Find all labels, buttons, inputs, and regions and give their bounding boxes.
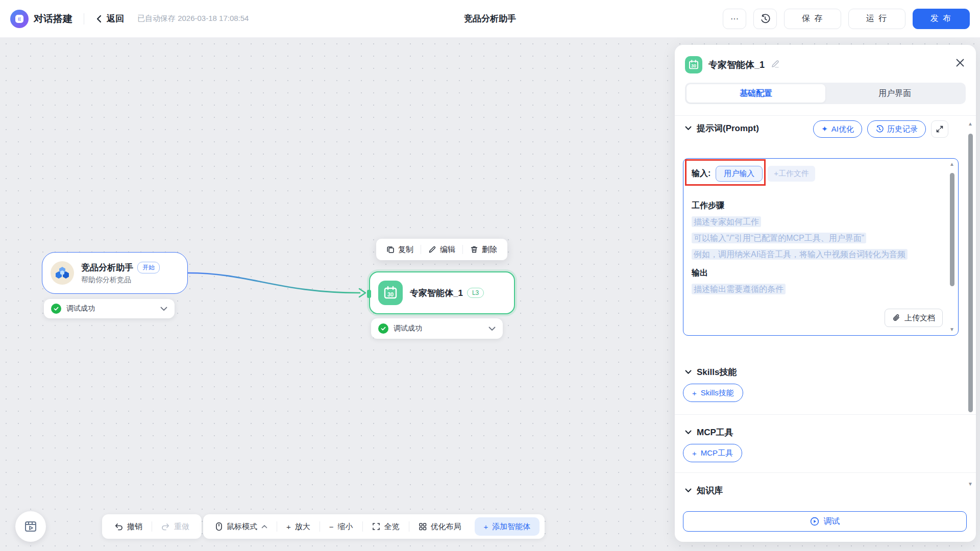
tab-user-interface[interactable]: 用户界面 [825, 84, 964, 103]
chevron-down-icon [685, 370, 692, 374]
ellipsis-icon: ··· [730, 14, 739, 23]
expand-prompt-button[interactable] [931, 120, 948, 138]
mouse-mode-button[interactable]: 鼠标模式 [208, 522, 275, 532]
chat-logo-icon: (( [15, 15, 23, 23]
steps-label: 工作步骤 [692, 201, 724, 211]
chevron-down-icon[interactable] [488, 324, 496, 333]
chevron-up-icon [261, 524, 267, 529]
prompt-placeholder: 描述输出需要遵循的条件 [692, 284, 786, 294]
back-button[interactable]: 返回 [95, 13, 124, 24]
video-player-icon [23, 519, 38, 534]
add-agent-button[interactable]: + 添加智能体 [475, 517, 540, 536]
level-badge: L3 [467, 288, 484, 298]
edit-menu-item[interactable]: 编辑 [421, 245, 462, 255]
plus-icon: + [692, 449, 697, 458]
history-clock-icon [760, 14, 770, 24]
publish-button[interactable]: 发 布 [913, 9, 970, 29]
redo-button[interactable]: 重做 [154, 522, 197, 532]
scroll-down-arrow[interactable]: ▼ [968, 482, 973, 487]
agent-node-title: 专家智能体_1 [410, 287, 463, 299]
app-logo: (( [10, 10, 29, 28]
panel-agent-icon: 30 [685, 56, 702, 73]
zoom-in-button[interactable]: + 放大 [279, 522, 317, 532]
start-node-subtitle: 帮助你分析竞品 [81, 276, 160, 285]
mcp-section-header[interactable]: MCP工具 [685, 427, 733, 438]
calendar-30-icon: 30 [688, 59, 699, 70]
upload-document-button[interactable]: 上传文档 [885, 309, 943, 327]
chevron-down-icon [685, 126, 692, 131]
start-node-title: 竞品分析助手 [81, 262, 133, 273]
node-context-menu: 复制 编辑 删除 [376, 239, 507, 260]
document-title: 竞品分析助手 [464, 13, 516, 24]
plus-icon: + [286, 522, 291, 531]
success-check-icon [51, 304, 61, 314]
paperclip-icon [892, 314, 900, 322]
sparkle-icon: ✦ [821, 124, 828, 134]
prompt-history-button[interactable]: 历史记录 [867, 120, 926, 138]
undo-icon [114, 522, 123, 531]
tab-basic-config[interactable]: 基础配置 [687, 84, 825, 103]
agent-node-status[interactable]: 调试成功 [371, 318, 503, 339]
scroll-up-arrow[interactable]: ▲ [968, 121, 973, 127]
work-file-chip[interactable]: +工作文件 [768, 166, 815, 182]
history-button[interactable] [753, 9, 777, 29]
undo-button[interactable]: 撤销 [107, 522, 150, 532]
close-panel-icon[interactable] [955, 58, 965, 69]
hexagon-cluster-icon [55, 265, 70, 281]
scrollbar-thumb[interactable] [950, 173, 954, 286]
history-clock-icon [875, 125, 884, 133]
panel-tabs: 基础配置 用户界面 [685, 83, 966, 104]
delete-menu-item[interactable]: 删除 [463, 245, 504, 255]
svg-text:30: 30 [387, 291, 394, 297]
svg-text:30: 30 [691, 63, 696, 68]
undo-redo-toolbar: 撤销 重做 [102, 514, 202, 539]
user-input-chip[interactable]: 用户输入 [716, 166, 763, 182]
frame-corners-icon [372, 522, 380, 531]
chevron-down-icon[interactable] [160, 304, 167, 313]
trash-icon [470, 245, 478, 254]
chevron-left-icon [95, 15, 103, 23]
knowledge-base-section-header[interactable]: 知识库 [685, 485, 723, 496]
status-label: 调试成功 [394, 324, 422, 333]
copy-icon [386, 245, 395, 254]
scrollbar-thumb[interactable] [968, 134, 973, 412]
save-button[interactable]: 保 存 [784, 9, 841, 29]
panel-scrollbar[interactable]: ▲ ▼ [967, 121, 973, 487]
debug-button[interactable]: 调试 [683, 511, 967, 532]
view-toolbar: 鼠标模式 + 放大 − 缩小 全览 优化布局 + 添加智能体 [203, 514, 545, 539]
add-skills-button[interactable]: + Skills技能 [683, 384, 743, 402]
minus-icon: − [329, 522, 334, 531]
calendar-30-icon: 30 [383, 285, 398, 300]
fit-view-button[interactable]: 全览 [365, 522, 407, 532]
prompt-editor[interactable]: 输入: 用户输入 +工作文件 工作步骤 描述专家如何工作 可以输入"/"引用“已… [683, 158, 959, 336]
agent-config-panel: 30 专家智能体_1 基础配置 用户界面 提示词(Prompt) ✦ AI优化 … [675, 45, 976, 542]
skills-section-header[interactable]: Skills技能 [685, 366, 737, 378]
media-panel-button[interactable] [15, 511, 46, 542]
prompt-scrollbar[interactable]: ▲ ▼ [949, 162, 955, 332]
prompt-section-header[interactable]: 提示词(Prompt) [685, 122, 759, 134]
ai-optimize-button[interactable]: ✦ AI优化 [813, 120, 862, 138]
input-label: 输入: [692, 168, 710, 179]
agent-node-input-port [367, 290, 371, 298]
start-node-status[interactable]: 调试成功 [44, 299, 175, 318]
output-label: 输出 [692, 268, 708, 279]
agent-node[interactable]: 30 专家智能体_1 L3 [369, 271, 515, 314]
plus-icon: + [692, 389, 697, 397]
add-mcp-button[interactable]: + MCP工具 [683, 444, 742, 462]
copy-menu-item[interactable]: 复制 [379, 245, 421, 255]
prompt-placeholder: 描述专家如何工作 [692, 216, 761, 227]
node-connection-edge [0, 38, 561, 395]
zoom-out-button[interactable]: − 缩小 [322, 522, 360, 532]
optimize-layout-button[interactable]: 优化布局 [411, 522, 469, 532]
more-button[interactable]: ··· [723, 9, 746, 29]
scroll-down-arrow[interactable]: ▼ [949, 327, 954, 332]
app-title: 对话搭建 [34, 12, 72, 26]
layout-grid-icon [419, 522, 427, 531]
start-node[interactable]: 竞品分析助手 开始 帮助你分析竞品 [42, 252, 188, 294]
rename-icon[interactable] [771, 59, 780, 70]
scroll-up-arrow[interactable]: ▲ [949, 162, 954, 167]
start-badge: 开始 [137, 262, 160, 273]
back-label: 返回 [107, 13, 124, 24]
status-label: 调试成功 [66, 304, 95, 313]
run-button[interactable]: 运 行 [848, 9, 905, 29]
